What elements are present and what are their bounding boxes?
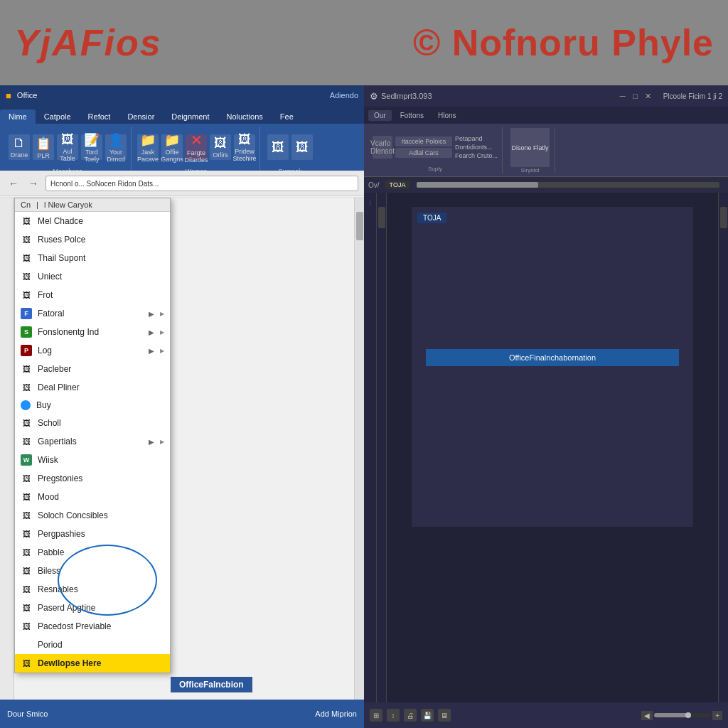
context-item-mood[interactable]: 🖼 Mood [15, 488, 170, 506]
status-display-icon[interactable]: 🖥 [438, 709, 451, 722]
forward-button[interactable]: → [26, 176, 41, 191]
orlirs-button[interactable]: 🖼 Orlirs [210, 134, 231, 160]
context-menu: Cn | l Nlew Caryok 🖼 Mel Chadce 🖼 Ruses … [14, 198, 171, 673]
fargte-button[interactable]: ✕ Fargte Diiardes [186, 134, 207, 160]
context-item-biless[interactable]: 🖼 Biless [15, 562, 170, 580]
plr-button[interactable]: 📋 PLR [33, 134, 54, 160]
your-dimcd-button[interactable]: 👤 Your Dimcd [105, 134, 127, 160]
right-toolbar: Ov/ TOJA [364, 177, 728, 193]
context-item-fatoral[interactable]: F Fatoral ▶ [15, 304, 170, 323]
context-item-uniect[interactable]: 🖼 Uniect [15, 267, 170, 286]
status-right: Add Miprion [315, 710, 357, 718]
dontidionts-label: Dontidionts... [455, 144, 498, 151]
right-page-label: TOJA [417, 213, 446, 223]
tab-fee[interactable]: Fee [272, 109, 302, 124]
context-item-scholl[interactable]: 🖼 Scholl [15, 414, 170, 432]
context-item-pregstonies[interactable]: 🖼 Pregstonies [15, 469, 170, 488]
aul-table-button[interactable]: 🖼 Aul Table [57, 134, 78, 160]
status-grid-icon[interactable]: ⊞ [370, 709, 382, 722]
tab-nime[interactable]: Nime [0, 109, 36, 124]
tab-catpole[interactable]: Catpole [36, 109, 80, 124]
context-item-pacleber[interactable]: 🖼 Pacleber [15, 360, 170, 378]
pergpashies-icon: 🖼 [21, 528, 32, 540]
toolbar-slider-fill [417, 182, 537, 188]
context-item-dewllopse[interactable]: 🖼 Dewllopse Here [15, 654, 170, 673]
ribbon-tabs: Nime Catpole Refoct Densior Deignment No… [0, 105, 364, 124]
zoom-slider-thumb[interactable] [685, 712, 691, 718]
maximize-button[interactable]: □ [631, 91, 641, 101]
right-icon-1[interactable]: Vcarlo Dlensot [373, 136, 392, 159]
status-save-icon[interactable]: 💾 [421, 709, 434, 722]
context-item-pabble[interactable]: 🖼 Pabble [15, 543, 170, 562]
right-tab-our[interactable]: Our [368, 110, 392, 121]
status-resize-icon[interactable]: ↕ [387, 709, 400, 722]
pregstonies-icon: 🖼 [21, 473, 32, 484]
context-item-paserd[interactable]: 🖼 Paserd Apgtine [15, 599, 170, 617]
context-item-wiisk[interactable]: W Wiisk [15, 451, 170, 469]
context-item-mel-chadce[interactable]: 🖼 Mel Chadce [15, 212, 170, 230]
context-item-fonslonentg[interactable]: S Fonslonentg Ind ▶ [15, 323, 170, 341]
tab-noluctions[interactable]: Noluctions [218, 109, 272, 124]
tab-refoct[interactable]: Refoct [80, 109, 119, 124]
right-left-scrollbar-thumb[interactable] [378, 207, 385, 228]
main-content: Cn | l Nlew Caryok 🖼 Mel Chadce 🖼 Ruses … [0, 198, 364, 728]
right-doc-title: Sedlmprt3.093 [381, 92, 615, 100]
office-label: Office [17, 91, 324, 100]
right-office-bar: OfficeFinalnchabornation [426, 349, 680, 366]
tab-deignment[interactable]: Deignment [163, 109, 218, 124]
paserd-icon: 🖼 [21, 602, 32, 614]
tab-densior[interactable]: Densior [119, 109, 163, 124]
sumaok-btn2[interactable]: 🖼 [291, 134, 313, 160]
jask-pacave-button[interactable]: 📁 Jask Pacave [137, 134, 159, 160]
back-button[interactable]: ← [6, 176, 21, 191]
context-item-ruses-polce[interactable]: 🖼 Ruses Polce [15, 230, 170, 249]
zoom-in-button[interactable]: + [712, 711, 722, 720]
close-button[interactable]: ✕ [643, 91, 653, 101]
right-tab-hlons[interactable]: Hlons [432, 110, 462, 121]
toolbar-slider[interactable] [417, 182, 719, 188]
right-siryidol-label: Siryidol [520, 167, 539, 173]
context-item-pacedost[interactable]: 🖼 Pacedost Previable [15, 617, 170, 636]
scrollbar[interactable] [354, 198, 364, 700]
right-left-scrollbar[interactable] [377, 193, 387, 702]
watermark-area: YjAFios © Nofnoru Phyle [0, 0, 728, 85]
mel-chadce-icon: 🖼 [21, 215, 32, 227]
offie-gangns-button[interactable]: 📁 Offie Gangns [161, 134, 183, 160]
status-print-icon[interactable]: 🖨 [404, 709, 417, 722]
right-right-scrollbar[interactable] [718, 193, 728, 702]
pridew-button[interactable]: 🖼 Pridew Stechire [234, 134, 255, 160]
browser-bar: ← → Hcnonl o... SoNocen Ridon Dats... [0, 171, 364, 196]
scrollbar-thumb[interactable] [356, 212, 363, 240]
zoom-slider[interactable] [654, 713, 711, 717]
fearch-label: Fearch Cruto... [455, 152, 498, 159]
context-item-gapertials[interactable]: 🖼 Gapertials ▶ [15, 432, 170, 451]
zoom-out-button[interactable]: ◀ [641, 711, 653, 720]
right-doc-page: TOJA OfficeFinalnchabornation [412, 207, 693, 527]
context-item-buy[interactable]: Buy [15, 397, 170, 414]
pacleber-icon: 🖼 [21, 363, 32, 375]
context-item-thail-supont[interactable]: 🖼 Thail Supont [15, 249, 170, 267]
context-item-poriod[interactable]: Poriod [15, 636, 170, 654]
context-item-soloch[interactable]: 🖼 Soloch Concsibles [15, 506, 170, 525]
word-title-bar: ■ Office Adiendo [0, 85, 364, 105]
address-bar[interactable]: Hcnonl o... SoNocen Ridon Dats... [46, 176, 358, 191]
soloch-icon: 🖼 [21, 510, 32, 521]
context-item-deal-pliner[interactable]: 🖼 Deal Pliner [15, 378, 170, 397]
right-ribbon-tabs: Our Fottons Hlons [364, 107, 728, 124]
disone-flatly-button[interactable]: Disone Flatly [510, 128, 550, 167]
fonslonentg-icon: S [21, 326, 32, 338]
context-item-resnables[interactable]: 🖼 Resnables [15, 580, 170, 599]
right-icon-3[interactable]: Adlal Cars [395, 148, 452, 158]
right-scrollbar-thumb[interactable] [720, 207, 727, 228]
right-icon-2[interactable]: Itaccele Poloics [395, 136, 452, 146]
tord-toely-button[interactable]: 📝 Tord Toely [81, 134, 102, 160]
right-status-bar: ⊞ ↕ 🖨 💾 🖥 ◀ + [364, 702, 728, 728]
context-item-pergpashies[interactable]: 🖼 Pergpashies [15, 525, 170, 543]
drane-button[interactable]: 🗋 Drane [9, 134, 30, 160]
context-item-frot[interactable]: 🖼 Frot [15, 286, 170, 304]
right-tab-fottons[interactable]: Fottons [395, 110, 429, 121]
context-item-log[interactable]: P Log ▶ [15, 341, 170, 360]
right-group-suply: Vcarlo Dlensot Itaccele Poloics Adlal Ca… [368, 127, 503, 173]
sumaok-btn1[interactable]: 🖼 [267, 134, 289, 160]
minimize-button[interactable]: ─ [618, 91, 628, 101]
